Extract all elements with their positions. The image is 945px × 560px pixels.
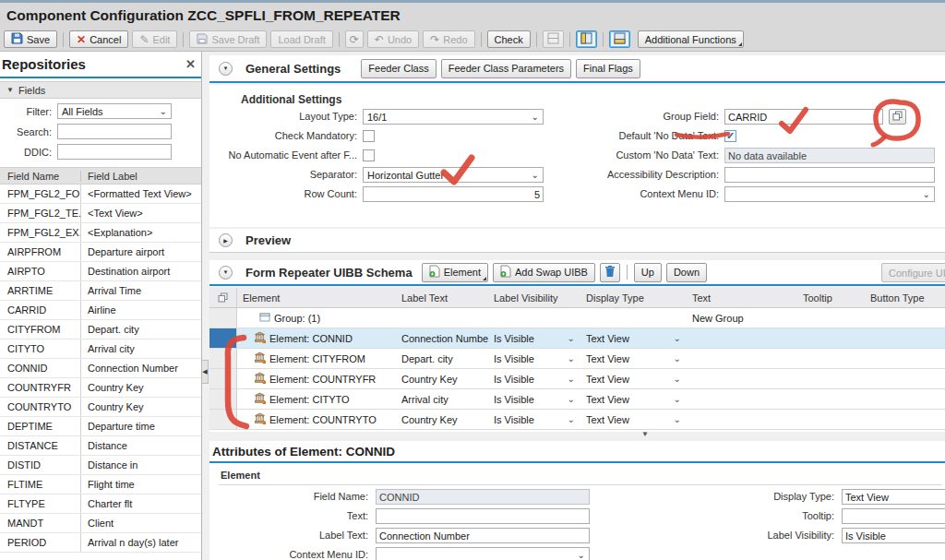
expand-section-icon[interactable]: ▶: [219, 233, 233, 247]
display-type-select[interactable]: Text View ⌄: [580, 369, 687, 389]
field-list-row[interactable]: PERIOD Arrival n day(s) later: [0, 533, 201, 553]
search-input[interactable]: [57, 124, 172, 139]
field-list-row[interactable]: CITYFROM Depart. city: [0, 320, 201, 340]
save-button[interactable]: Save: [4, 30, 57, 48]
button-type-cell[interactable]: [865, 369, 945, 389]
no-auto-event-checkbox[interactable]: [363, 149, 375, 161]
check-mandatory-checkbox[interactable]: [363, 130, 375, 142]
row-selector[interactable]: [209, 328, 237, 349]
schema-element-row[interactable]: Element: COUNTRYFR Country Key Is Visibl…: [209, 369, 945, 389]
field-list-row[interactable]: FPM_FGL2_TE... <Text View>: [0, 204, 201, 223]
tooltip-cell[interactable]: [797, 410, 865, 430]
label-text-cell[interactable]: Connection Number: [396, 328, 488, 349]
field-list-row[interactable]: ARRTIME Arrival Time: [0, 281, 201, 301]
display-type-input[interactable]: [842, 489, 945, 505]
label-visibility-select[interactable]: Is Visible ⌄: [488, 349, 580, 369]
button-type-cell[interactable]: [865, 349, 945, 369]
field-list-row[interactable]: FPM_FGL2_EX... <Explanation>: [0, 223, 201, 243]
row-selector[interactable]: [209, 349, 237, 369]
field-list-row[interactable]: DISTANCE Distance: [0, 436, 201, 456]
column-header-text[interactable]: Text: [687, 288, 797, 307]
field-list-row[interactable]: FLTYPE Charter flt: [0, 494, 201, 514]
field-list-row[interactable]: CITYTO Arrival city: [0, 340, 201, 359]
text-cell[interactable]: [687, 328, 797, 349]
cancel-button[interactable]: ✕ Cancel: [69, 30, 128, 48]
toggle-bottom-panel-button[interactable]: [609, 30, 630, 48]
button-type-cell[interactable]: [865, 328, 945, 349]
label-visibility-select[interactable]: Is Visible ⌄: [488, 410, 580, 430]
button-type-cell[interactable]: [865, 389, 945, 410]
column-header-label-text[interactable]: Label Text: [396, 288, 488, 307]
field-list-row[interactable]: AIRPFROM Departure airport: [0, 243, 201, 262]
move-down-button[interactable]: Down: [666, 263, 707, 282]
display-type-select[interactable]: Text View ⌄: [580, 328, 687, 349]
layout-type-select[interactable]: 16/1 ⌄: [363, 109, 544, 125]
field-list-row[interactable]: CONNID Connection Number: [0, 359, 201, 378]
column-header-display-type[interactable]: Display Type: [580, 288, 687, 307]
schema-element-row[interactable]: Element: CITYTO Arrival city Is Visible …: [209, 389, 945, 410]
text-cell[interactable]: [687, 349, 797, 369]
label-text-input[interactable]: [376, 528, 590, 543]
label-text-cell[interactable]: Arrival city: [396, 389, 488, 410]
display-type-select[interactable]: Text View ⌄: [580, 389, 687, 410]
row-count-input[interactable]: [363, 186, 544, 202]
text-cell[interactable]: [687, 410, 797, 430]
display-type-select[interactable]: Text View ⌄: [580, 349, 687, 369]
check-button[interactable]: Check: [487, 30, 531, 48]
field-list-row[interactable]: AIRPTO Destination airport: [0, 262, 201, 281]
tooltip-cell[interactable]: [797, 328, 865, 349]
field-list-row[interactable]: DEPTIME Departure time: [0, 417, 201, 436]
field-list-row[interactable]: DISTID Distance in: [0, 456, 201, 475]
move-up-button[interactable]: Up: [634, 263, 662, 282]
additional-functions-button[interactable]: Additional Functions: [638, 30, 744, 48]
row-selector[interactable]: [209, 389, 237, 410]
add-element-button[interactable]: Element: [422, 263, 488, 282]
accessibility-description-input[interactable]: [724, 167, 935, 183]
label-text-cell[interactable]: Depart. city: [396, 349, 488, 369]
tooltip-cell[interactable]: [797, 389, 865, 410]
collapse-section-icon[interactable]: ▼: [219, 62, 233, 76]
field-list-row[interactable]: FPM_FGL2_FO... <Formatted Text View>: [0, 185, 201, 204]
select-all-icon[interactable]: [209, 288, 237, 307]
separator-select[interactable]: Horizontal Gutter ⌄: [363, 167, 544, 183]
ddic-input[interactable]: [57, 144, 172, 160]
split-layout-button[interactable]: [543, 30, 564, 48]
row-selector[interactable]: [209, 308, 237, 328]
schema-element-row[interactable]: Element: CONNID Connection Number Is Vis…: [209, 328, 945, 349]
field-list-row[interactable]: FLTIME Flight time: [0, 475, 201, 494]
text-cell[interactable]: [687, 389, 797, 410]
add-swap-uibb-button[interactable]: Add Swap UIBB: [493, 263, 595, 282]
feeder-class-button[interactable]: Feeder Class: [361, 59, 436, 78]
value-help-button[interactable]: [889, 109, 906, 125]
filter-select[interactable]: All Fields ⌄: [57, 103, 172, 119]
label-visibility-select[interactable]: Is Visible ⌄: [488, 328, 580, 349]
toggle-side-panel-button[interactable]: [576, 30, 597, 48]
group-field-input[interactable]: [724, 109, 883, 125]
text-cell[interactable]: [687, 369, 797, 389]
configure-uibb-button[interactable]: Configure UIBB: [881, 263, 945, 282]
label-visibility-select[interactable]: Is Visible ⌄: [488, 389, 580, 410]
schema-element-row[interactable]: Element: COUNTRYTO Country Key Is Visibl…: [209, 410, 945, 430]
scroll-down-icon[interactable]: ▼: [641, 430, 649, 438]
context-menu-id-select[interactable]: ⌄: [724, 186, 935, 202]
column-header-tooltip[interactable]: Tooltip: [797, 288, 865, 307]
column-header-element[interactable]: Element: [237, 288, 396, 307]
tooltip-cell[interactable]: [797, 369, 865, 389]
load-draft-button[interactable]: Load Draft: [270, 30, 332, 48]
save-draft-button[interactable]: Save Draft: [189, 30, 267, 48]
tooltip-input[interactable]: [842, 508, 945, 524]
edit-button[interactable]: ✎ Edit: [132, 30, 177, 48]
feeder-class-parameters-button[interactable]: Feeder Class Parameters: [441, 59, 571, 78]
schema-element-row[interactable]: Element: CITYFROM Depart. city Is Visibl…: [209, 349, 945, 369]
column-header-button-type[interactable]: Button Type: [865, 288, 945, 307]
collapse-section-icon[interactable]: ▼: [219, 266, 233, 280]
text-input[interactable]: [376, 508, 590, 524]
row-selector[interactable]: [209, 410, 237, 430]
field-list-row[interactable]: COUNTRYFR Country Key: [0, 378, 201, 398]
close-icon[interactable]: ✕: [185, 57, 196, 71]
row-selector[interactable]: [209, 369, 237, 389]
context-menu-id-select[interactable]: ⌄: [376, 547, 590, 560]
refresh-button[interactable]: ⟳: [345, 30, 364, 48]
label-visibility-select[interactable]: Is Visible ⌄: [488, 369, 580, 389]
default-no-data-checkbox[interactable]: ✓: [724, 130, 736, 142]
